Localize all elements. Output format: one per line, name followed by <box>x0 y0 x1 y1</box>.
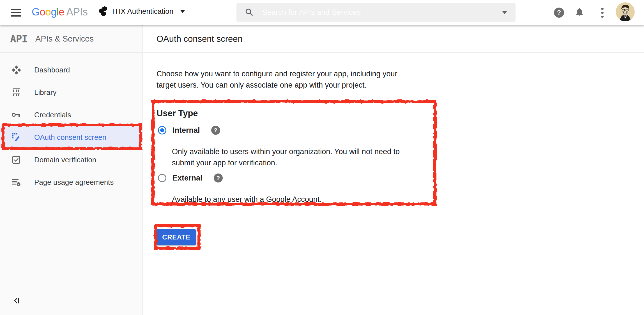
bell-icon <box>574 7 585 18</box>
search-bar[interactable] <box>236 3 516 22</box>
help-button[interactable]: ? <box>553 7 565 19</box>
sidebar-item-library[interactable]: Library <box>0 81 142 104</box>
google-logo-text: Google <box>32 6 64 18</box>
kebab-icon <box>601 8 604 10</box>
sidebar-header: API APIs & Services <box>0 25 142 53</box>
user-type-heading: User Type <box>157 108 198 118</box>
sidebar-item-domain-verification[interactable]: Domain verification <box>0 149 142 171</box>
project-selector[interactable]: ITIX Authentication <box>99 6 185 17</box>
project-hexagons-icon <box>99 6 108 17</box>
avatar[interactable] <box>616 2 635 21</box>
internal-option-row: Internal ? <box>158 126 220 135</box>
external-help-icon[interactable]: ? <box>214 174 223 182</box>
notifications-button[interactable] <box>574 7 585 19</box>
consent-screen-icon <box>11 133 21 142</box>
menu-icon <box>11 9 21 10</box>
search-input[interactable] <box>262 8 502 17</box>
top-app-bar: GoogleAPIs ITIX Authentication ? <box>0 0 644 25</box>
external-label: External <box>173 174 203 182</box>
chevron-down-icon <box>180 10 185 13</box>
sidebar-item-credentials[interactable]: Credentials <box>0 104 142 126</box>
intro-text: Choose how you want to configure and reg… <box>157 68 397 91</box>
sidebar-title: APIs & Services <box>35 34 94 44</box>
dashboard-icon <box>11 65 21 74</box>
search-options-chevron-icon[interactable] <box>502 11 507 14</box>
help-icon: ? <box>554 8 564 18</box>
avatar-image <box>616 2 635 21</box>
create-button[interactable]: CREATE <box>157 229 196 245</box>
checkbox-check-icon <box>11 156 21 164</box>
google-apis-logo: GoogleAPIs <box>32 6 88 18</box>
external-option-row: External ? <box>158 174 223 182</box>
more-options-button[interactable] <box>596 7 608 19</box>
list-gear-icon <box>11 178 21 186</box>
sidebar-item-oauth-consent-screen[interactable]: OAuth consent screen <box>0 126 142 149</box>
sidebar-item-dashboard[interactable]: Dashboard <box>0 59 142 81</box>
sidebar: API APIs & Services Dashboard <box>0 25 142 315</box>
search-icon <box>245 8 253 17</box>
collapse-sidebar-button[interactable] <box>13 296 22 306</box>
external-radio-button[interactable] <box>158 174 166 182</box>
page-title: OAuth consent screen <box>157 34 243 44</box>
sidebar-item-page-usage-agreements[interactable]: Page usage agreements <box>0 171 142 193</box>
project-name: ITIX Authentication <box>112 7 173 16</box>
logo-suffix: APIs <box>66 6 88 18</box>
page: GoogleAPIs ITIX Authentication ? <box>0 0 644 315</box>
external-description: Available to any user with a Google Acco… <box>172 194 322 205</box>
library-icon <box>11 88 21 97</box>
internal-description: Only available to users within your orga… <box>172 146 400 168</box>
api-product-logo: API <box>10 33 27 45</box>
main-content: OAuth consent screen Choose how you want… <box>143 25 644 315</box>
internal-radio-button[interactable] <box>158 126 166 134</box>
collapse-sidebar-icon <box>13 296 22 305</box>
internal-label: Internal <box>173 126 200 135</box>
hamburger-menu-button[interactable] <box>11 9 22 17</box>
internal-help-icon[interactable]: ? <box>211 126 220 135</box>
key-icon <box>11 112 21 118</box>
page-header: OAuth consent screen <box>143 25 644 53</box>
